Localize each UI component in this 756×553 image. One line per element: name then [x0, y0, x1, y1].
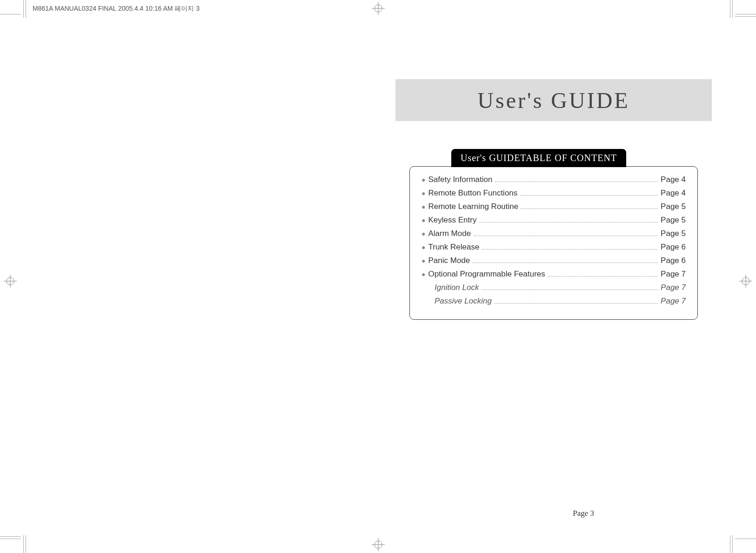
registration-mark-icon	[4, 275, 17, 288]
toc-page: Page 7	[661, 270, 686, 279]
toc-label: Remote Button Functions	[428, 189, 517, 198]
toc-row: ● Remote Learning Routine Page 5	[421, 202, 686, 211]
toc-label: Keyless Entry	[428, 216, 476, 225]
toc-label: Panic Mode	[428, 256, 470, 265]
toc-page: Page 6	[661, 243, 686, 252]
toc-label: Passive Locking	[435, 297, 492, 306]
leader-dots	[474, 236, 658, 236]
toc-row: ● Trunk Release Page 6	[421, 243, 686, 252]
toc-label: Safety Information	[428, 175, 492, 184]
crop-mark	[735, 539, 756, 539]
toc-row: ● Remote Button Functions Page 4	[421, 189, 686, 198]
toc-page: Page 4	[661, 189, 686, 198]
registration-mark-icon	[739, 275, 752, 288]
toc-label: Alarm Mode	[428, 229, 471, 238]
crop-mark	[26, 535, 26, 553]
leader-dots	[473, 263, 658, 263]
leader-dots	[479, 222, 658, 223]
toc-row: ● Optional Programmable Features Page 7	[421, 270, 686, 279]
toc-row: ● Panic Mode Page 6	[421, 256, 686, 265]
toc-row: ● Keyless Entry Page 5	[421, 216, 686, 225]
toc-row: ● Safety Information Page 4	[421, 175, 686, 184]
toc-header: User's GUIDETABLE OF CONTENT	[451, 149, 626, 167]
crop-mark	[0, 14, 21, 14]
toc-page: Page 5	[661, 216, 686, 225]
leader-dots	[520, 195, 658, 196]
leader-dots	[548, 276, 658, 276]
page-number: Page 3	[573, 509, 594, 518]
title-banner: User's GUIDE	[395, 79, 712, 121]
toc-label: Remote Learning Routine	[428, 202, 518, 211]
toc-subrow: Passive Locking Page 7	[435, 297, 686, 306]
bullet-icon: ●	[421, 203, 425, 210]
bullet-icon: ●	[421, 243, 425, 251]
crop-mark	[730, 535, 730, 553]
toc-row: ● Alarm Mode Page 5	[421, 229, 686, 238]
toc-page: Page 6	[661, 256, 686, 265]
bullet-icon: ●	[421, 257, 425, 264]
leader-dots	[482, 249, 658, 250]
crop-mark	[23, 535, 24, 553]
toc-page: Page 4	[661, 175, 686, 184]
leader-dots	[521, 209, 658, 209]
crop-mark	[23, 0, 24, 18]
crop-mark	[730, 0, 730, 18]
toc-container: User's GUIDETABLE OF CONTENT ● Safety In…	[409, 149, 698, 320]
crop-mark	[732, 0, 733, 18]
bullet-icon: ●	[421, 176, 425, 183]
toc-page: Page 5	[661, 229, 686, 238]
bullet-icon: ●	[421, 189, 425, 197]
registration-mark-icon	[372, 538, 385, 551]
toc-page: Page 5	[661, 202, 686, 211]
crop-mark	[26, 0, 26, 18]
leader-dots	[495, 303, 658, 303]
print-header-info: M861A MANUAL0324 FINAL 2005.4.4 10:16 AM…	[33, 5, 200, 13]
crop-mark	[735, 14, 756, 14]
leader-dots	[482, 290, 658, 290]
page-title: User's GUIDE	[477, 88, 629, 113]
leader-dots	[495, 182, 658, 182]
toc-subrow: Ignition Lock Page 7	[435, 283, 686, 292]
toc-page: Page 7	[661, 283, 686, 292]
crop-mark	[0, 536, 21, 537]
crop-mark	[735, 16, 756, 17]
toc-label: Optional Programmable Features	[428, 270, 545, 279]
toc-label: Trunk Release	[428, 243, 479, 252]
bullet-icon: ●	[421, 270, 425, 278]
crop-mark	[732, 535, 733, 553]
toc-box: ● Safety Information Page 4 ● Remote But…	[409, 166, 698, 320]
crop-mark	[0, 539, 21, 539]
bullet-icon: ●	[421, 216, 425, 224]
toc-label: Ignition Lock	[435, 283, 479, 292]
toc-page: Page 7	[661, 297, 686, 306]
registration-mark-icon	[372, 2, 385, 15]
bullet-icon: ●	[421, 230, 425, 237]
